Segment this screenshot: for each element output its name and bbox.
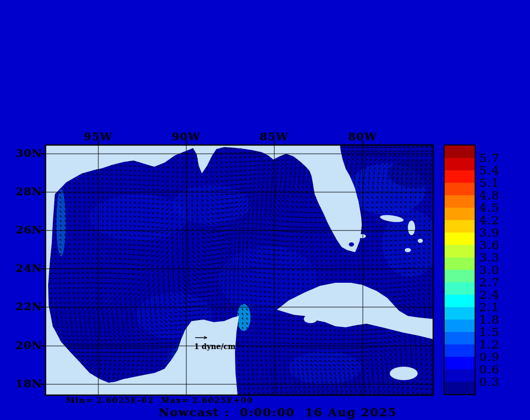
colorbar-tick-label: 3.6 <box>479 238 516 252</box>
colorbar-tick-label: 4.2 <box>479 213 516 227</box>
colorbar-segment <box>445 183 475 195</box>
colorbar-tick-label: 5.4 <box>479 164 516 177</box>
colorbar-segment <box>445 245 475 257</box>
colorbar-segment <box>445 233 475 245</box>
y-tick-label: 24N <box>12 262 42 274</box>
colorbar-tick-label: 2.7 <box>479 276 516 289</box>
colorbar <box>444 144 476 395</box>
x-tick-label: 80W <box>344 131 381 143</box>
y-tick-label: 28N <box>12 185 42 198</box>
min-max-stats: Min= 2.6025E-02 Max= 2.6025E+00 <box>66 396 253 405</box>
jamaica-island <box>390 367 418 380</box>
colorbar-segment <box>445 320 475 332</box>
y-tick-label: 22N <box>12 300 42 313</box>
colorbar-segment <box>445 220 475 233</box>
colorbar-segment <box>445 208 475 220</box>
colorbar-segment <box>445 357 475 369</box>
texas-coast-stress-patch <box>56 189 66 256</box>
colorbar-tick-label: 3.0 <box>479 263 516 277</box>
colorbar-segment <box>445 270 475 282</box>
colorbar-segment <box>445 257 475 270</box>
colorbar-segment <box>445 146 475 158</box>
bahama-island <box>418 239 423 243</box>
colorbar-segment <box>445 282 475 295</box>
y-tick-label: 26N <box>12 224 42 236</box>
colorbar-tick-label: 2.4 <box>479 288 516 301</box>
colorbar-tick-label: 1.5 <box>479 325 516 339</box>
x-tick-label: 90W <box>168 131 205 143</box>
colorbar-segment <box>445 295 475 307</box>
colorbar-segment <box>445 170 475 183</box>
colorbar-tick-label: 0.9 <box>479 350 516 364</box>
colorbar-segment <box>445 369 475 382</box>
lake-okeechobee <box>349 242 354 247</box>
gulf-of-mexico-map: 1 dyne/cm2 <box>46 145 433 395</box>
y-tick-label: 18N <box>12 378 42 390</box>
stress-patch <box>388 159 440 188</box>
colorbar-tick-label: 0.3 <box>479 375 516 388</box>
isla-juventud-island <box>304 315 317 323</box>
yucatan-stress-patch <box>237 304 251 331</box>
colorbar-tick-label: 4.5 <box>479 201 516 214</box>
colorbar-segment <box>445 344 475 357</box>
y-tick-label: 30N <box>12 147 42 160</box>
colorbar-tick-label: 3.9 <box>479 226 516 239</box>
map-plot-area: 1 dyne/cm2 <box>46 145 433 395</box>
x-tick-label: 85W <box>256 131 293 143</box>
colorbar-segment <box>445 158 475 170</box>
colorbar-segment <box>445 307 475 320</box>
colorbar-tick-label: 1.8 <box>479 313 516 326</box>
bahama-island <box>405 248 411 252</box>
x-tick-label: 95W <box>80 131 117 143</box>
colorbar-segment <box>445 382 475 394</box>
colorbar-tick-label: 3.3 <box>479 251 516 264</box>
colorbar-tick-label: 5.1 <box>479 176 516 190</box>
colorbar-tick-label: 1.2 <box>479 338 516 351</box>
plot-canvas: 1 dyne/cm2 95W90W85W80W 30N28N26N24N22N2… <box>0 0 530 420</box>
colorbar-tick-label: 2.1 <box>479 300 516 314</box>
stress-patch <box>172 185 250 224</box>
colorbar-segment <box>445 195 475 208</box>
colorbar-segment <box>445 332 475 344</box>
plot-title: Nowcast : 0:00:00 16 Aug 2025 <box>110 405 446 419</box>
reference-vector-label: 1 dyne/cm2 <box>194 341 239 351</box>
colorbar-tick-label: 0.6 <box>479 363 516 376</box>
bahama-island <box>359 234 366 238</box>
colorbar-tick-label: 4.8 <box>479 189 516 202</box>
colorbar-tick-label: 5.7 <box>479 151 516 165</box>
y-tick-label: 20N <box>12 339 42 352</box>
bahama-island <box>408 221 415 235</box>
